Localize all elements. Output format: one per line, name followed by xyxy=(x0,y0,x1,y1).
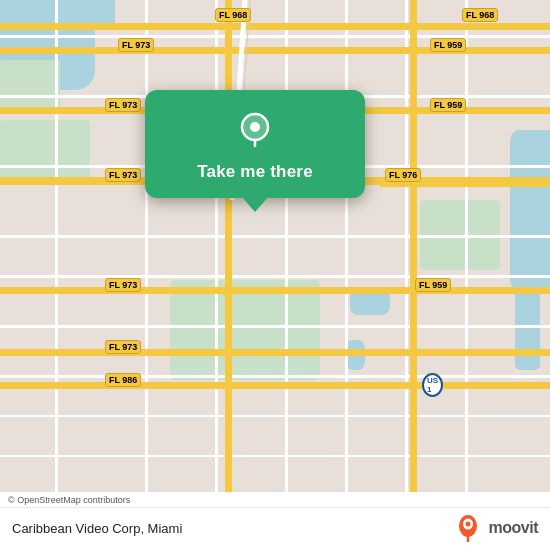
label-fl959-1: FL 959 xyxy=(430,38,466,52)
moovit-wordmark: moovit xyxy=(489,519,538,537)
label-us1: US1 xyxy=(422,373,443,397)
map-container: FL 968 FL 968 FL 973 FL 973 FL 959 FL 95… xyxy=(0,0,550,550)
label-fl959-2: FL 959 xyxy=(430,98,466,112)
bottom-bar: © OpenStreetMap contributors Caribbean V… xyxy=(0,492,550,550)
label-fl973-2: FL 973 xyxy=(105,98,141,112)
location-name: Caribbean Video Corp, Miami xyxy=(12,521,182,536)
attribution-row: © OpenStreetMap contributors xyxy=(0,492,550,507)
label-fl973-5: FL 973 xyxy=(105,340,141,354)
label-fl973-3: FL 973 xyxy=(105,168,141,182)
svg-point-3 xyxy=(250,122,260,132)
label-fl968-1: FL 968 xyxy=(215,8,251,22)
label-fl973-4: FL 973 xyxy=(105,278,141,292)
popup-card[interactable]: Take me there xyxy=(145,90,365,198)
label-fl973-1: FL 973 xyxy=(118,38,154,52)
park1 xyxy=(170,280,320,380)
moovit-pin-icon xyxy=(458,514,486,542)
label-fl976: FL 976 xyxy=(385,168,421,182)
label-fl968-2: FL 968 xyxy=(462,8,498,22)
label-fl986: FL 986 xyxy=(105,373,141,387)
label-fl959-3: FL 959 xyxy=(415,278,451,292)
take-me-there-button[interactable]: Take me there xyxy=(197,162,313,182)
svg-point-6 xyxy=(465,522,470,527)
water-right2 xyxy=(515,290,540,370)
road-fl973-4 xyxy=(0,287,550,294)
attribution-text: © OpenStreetMap contributors xyxy=(8,495,130,505)
info-row: Caribbean Video Corp, Miami moovit xyxy=(0,507,550,550)
road-fl973-5 xyxy=(0,349,550,356)
moovit-logo: moovit xyxy=(458,514,538,542)
road-fl986 xyxy=(0,382,550,389)
location-pin-icon xyxy=(233,108,277,152)
